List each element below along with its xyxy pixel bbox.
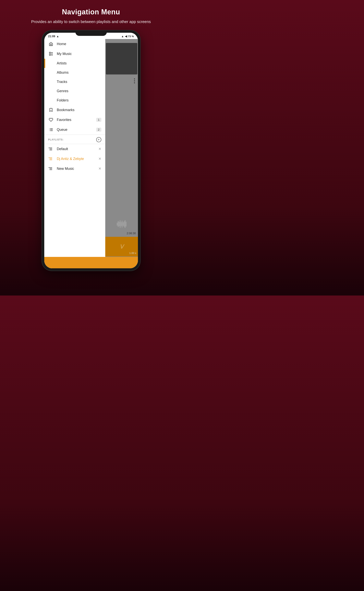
nav-sub-item-artists[interactable]: Artists — [44, 59, 105, 68]
playlists-header: PLAYLISTS: + — [44, 134, 105, 144]
queue-badge: 2 — [96, 128, 101, 132]
waveform-bar — [123, 222, 123, 226]
playlist-default-label: Default — [57, 147, 68, 151]
nav-item-my-music[interactable]: My Music — [44, 49, 105, 59]
tracks-label: Tracks — [57, 80, 67, 84]
waveform-bar — [117, 223, 117, 226]
phone-notch — [75, 30, 107, 36]
playlist-item-dj-antiz[interactable]: Dj Antiz & Zebyte ✕ — [44, 154, 105, 164]
close-dj-antiz-playlist-button[interactable]: ✕ — [98, 157, 101, 161]
home-icon — [48, 42, 54, 46]
nav-item-home[interactable]: Home — [44, 39, 105, 49]
app-background: 2:06:30 Ⅴ 1.00 x — [105, 39, 138, 268]
time-display: 2:06:30 — [127, 232, 136, 235]
playlist-item-new-music[interactable]: New Music ✕ — [44, 164, 105, 174]
playlist-icon-default — [48, 147, 54, 151]
page-subtitle: Provides an ability to switch between pl… — [31, 19, 151, 24]
artists-label: Artists — [57, 61, 67, 65]
more-options-button[interactable] — [134, 78, 135, 83]
battery-level: 73 % — [128, 35, 134, 38]
bookmark-icon — [48, 108, 54, 112]
nav-sub-item-albums[interactable]: Albums — [44, 68, 105, 77]
albums-label: Albums — [57, 71, 69, 75]
dot2 — [134, 80, 135, 81]
playlist-item-default[interactable]: Default ✕ — [44, 144, 105, 154]
waveform-bar — [126, 222, 126, 227]
add-playlist-button[interactable]: + — [96, 137, 101, 142]
favorites-label: Favorites — [57, 118, 72, 122]
heart-icon — [48, 118, 54, 122]
close-new-music-playlist-button[interactable]: ✕ — [98, 167, 101, 171]
wifi-icon: ▲ — [121, 35, 124, 38]
add-icon: + — [98, 138, 100, 142]
play-icon: Ⅴ — [120, 243, 123, 250]
bookmarks-label: Bookmarks — [57, 108, 75, 112]
waveform-bar — [122, 221, 122, 228]
dot3 — [134, 82, 135, 83]
folders-label: Folders — [57, 98, 69, 102]
music-library-icon — [48, 52, 54, 56]
nav-sub-item-genres[interactable]: Genres — [44, 87, 105, 96]
phone-screen: 21:09 ▲ ▲ ◀ 73 % — [44, 33, 138, 268]
speed-label: 1.00 x — [129, 252, 136, 255]
waveform-bar — [124, 221, 124, 227]
queue-icon — [48, 128, 54, 132]
waveform-bar — [118, 221, 118, 227]
waveform-bar — [119, 222, 119, 226]
page-title: Navigation Menu — [31, 8, 151, 16]
nav-sub-item-folders[interactable]: Folders — [44, 96, 105, 105]
svg-rect-1 — [49, 54, 50, 55]
waveform-bar — [121, 222, 121, 226]
album-art — [106, 43, 137, 74]
playlists-label: PLAYLISTS: — [48, 138, 64, 141]
close-default-playlist-button[interactable]: ✕ — [98, 147, 101, 151]
status-left: 21:09 ▲ — [48, 35, 59, 38]
nav-item-queue[interactable]: Queue 2 — [44, 125, 105, 134]
playlist-icon-dj-antiz — [48, 157, 54, 161]
status-time: 21:09 — [48, 35, 55, 38]
favorites-badge: 1 — [96, 118, 101, 122]
page-header: Navigation Menu Provides an ability to s… — [19, 0, 162, 30]
nav-item-bookmarks[interactable]: Bookmarks — [44, 105, 105, 115]
home-label: Home — [57, 42, 66, 46]
nav-drawer: Home My Music — [44, 39, 105, 268]
playlist-icon-new-music — [48, 167, 54, 171]
waveform-bar — [120, 220, 120, 228]
bottom-nav-bar[interactable] — [44, 257, 138, 268]
playlist-new-music-label: New Music — [57, 167, 74, 171]
status-right: ▲ ◀ 73 % — [121, 35, 134, 38]
waveform-bar — [125, 220, 125, 228]
signal-icon: ◀ — [125, 35, 127, 38]
android-icon: ▲ — [56, 35, 59, 38]
svg-rect-0 — [49, 52, 50, 53]
screen-content: Home My Music — [44, 39, 138, 268]
phone-frame: 21:09 ▲ ▲ ◀ 73 % — [42, 30, 140, 271]
nav-sub-item-tracks[interactable]: Tracks — [44, 77, 105, 87]
genres-label: Genres — [57, 89, 68, 93]
active-indicator — [44, 59, 45, 68]
dot1 — [134, 78, 135, 79]
waveform — [107, 219, 136, 229]
nav-item-favorites[interactable]: Favorites 1 — [44, 115, 105, 125]
playlist-dj-antiz-label: Dj Antiz & Zebyte — [57, 157, 84, 161]
queue-label: Queue — [57, 128, 67, 132]
my-music-label: My Music — [57, 52, 72, 56]
spacer — [44, 174, 105, 257]
